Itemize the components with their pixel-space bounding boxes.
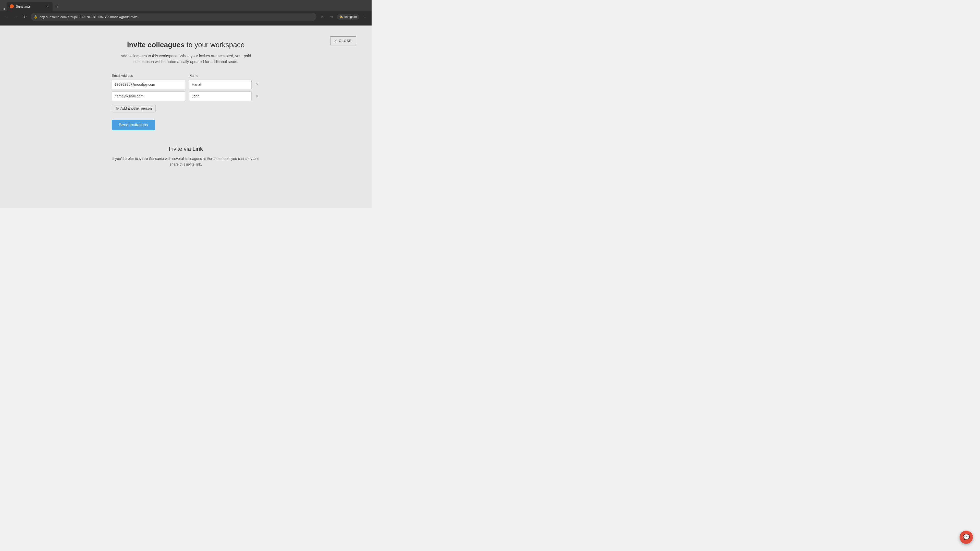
bookmark-button[interactable]: ☆ — [318, 13, 326, 21]
close-modal-button[interactable]: × CLOSE — [330, 36, 356, 45]
browser-chrome: ‹› Sunsama × + ← → ↻ 🔒 app.sunsama.com/g… — [0, 0, 372, 25]
sidebar-button[interactable]: ▭ — [328, 13, 335, 21]
remove-row-1-button[interactable]: × — [255, 82, 260, 87]
name-input-1[interactable] — [189, 79, 251, 89]
address-bar[interactable]: 🔒 app.sunsama.com/group/1702570104013617… — [30, 13, 317, 21]
modal-content: Invite colleagues to your workspace Add … — [107, 25, 265, 178]
modal-title-bold: Invite colleagues — [127, 41, 185, 49]
close-x-icon: × — [334, 39, 337, 43]
browser-tab-sunsama[interactable]: Sunsama × — [6, 2, 52, 11]
invite-row-2-inner — [112, 91, 251, 101]
page-content: × CLOSE Invite colleagues to your worksp… — [0, 25, 372, 208]
name-column-header: Name — [189, 74, 251, 78]
sunsama-favicon-icon — [10, 4, 14, 8]
incognito-icon: 🕵 — [339, 15, 343, 19]
nav-right-controls: ☆ ▭ 🕵 Incognito ⋮ — [318, 13, 369, 21]
form-headers: Email Address Name — [112, 74, 260, 78]
invite-row-1-inner — [112, 79, 251, 89]
new-tab-button[interactable]: + — [54, 3, 61, 11]
modal-subtitle: Add colleagues to this workspace. When y… — [112, 53, 260, 65]
address-bar-url[interactable]: app.sunsama.com/group/17025701040136170?… — [40, 15, 313, 19]
tab-label: Sunsama — [16, 5, 43, 8]
invite-link-subtitle: If you'd prefer to share Sunsama with se… — [112, 156, 260, 167]
lock-icon: 🔒 — [34, 15, 38, 19]
browser-nav-bar: ← → ↻ 🔒 app.sunsama.com/group/1702570104… — [0, 11, 372, 23]
tab-nav-left[interactable]: ‹› — [2, 7, 6, 11]
close-label: CLOSE — [339, 39, 352, 43]
back-button[interactable]: ← — [3, 13, 10, 21]
reload-button[interactable]: ↻ — [21, 13, 29, 21]
incognito-label: Incognito — [344, 15, 357, 19]
remove-row-2-button[interactable]: × — [255, 94, 260, 99]
email-input-2[interactable] — [112, 91, 186, 101]
add-person-icon: ⊕ — [116, 106, 119, 111]
name-input-2[interactable] — [189, 91, 251, 101]
tab-close-button[interactable]: × — [45, 4, 49, 9]
add-person-label: Add another person — [121, 106, 152, 110]
modal-title-rest: to your workspace — [185, 41, 245, 49]
email-column-header: Email Address — [112, 74, 185, 78]
invite-form: Email Address Name × × — [112, 74, 260, 130]
invite-row-1: × — [112, 79, 260, 89]
send-invitations-button[interactable]: Send Invitations — [112, 120, 155, 130]
add-another-person-button[interactable]: ⊕ Add another person — [112, 104, 156, 113]
invite-row-2: × — [112, 91, 260, 101]
email-input-1[interactable] — [112, 79, 186, 89]
more-menu-button[interactable]: ⋮ — [361, 13, 369, 21]
modal-title: Invite colleagues to your workspace — [112, 41, 260, 49]
invite-link-title: Invite via Link — [112, 146, 260, 152]
browser-tabs-bar: ‹› Sunsama × + — [0, 0, 372, 11]
forward-button[interactable]: → — [12, 13, 19, 21]
invite-via-link-section: Invite via Link If you'd prefer to share… — [112, 146, 260, 167]
incognito-badge: 🕵 Incognito — [337, 14, 360, 20]
